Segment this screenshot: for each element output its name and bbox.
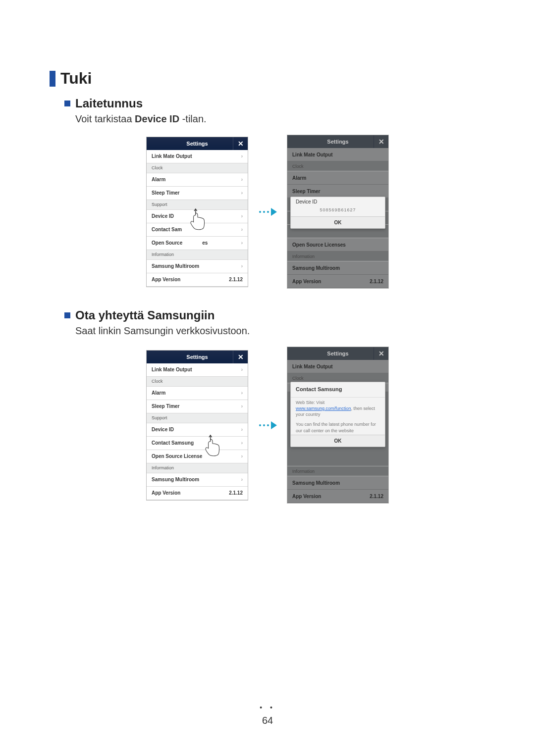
- settings-screen-before: Settings ✕ Link Mate Output› Clock Alarm…: [146, 350, 248, 501]
- row-alarm[interactable]: Alarm›: [147, 387, 248, 400]
- row-label: Sleep Timer: [152, 190, 180, 196]
- section-clock: Clock: [147, 163, 248, 173]
- title-bar: Settings ✕: [287, 135, 388, 148]
- close-button[interactable]: ✕: [374, 135, 388, 148]
- row-label: Open Source Licenses: [292, 242, 346, 248]
- section-clock: Clock: [147, 377, 248, 387]
- popup-title: Contact Samsung: [291, 382, 385, 395]
- chevron-right-icon: ›: [241, 177, 243, 182]
- popup-body: Web Site: Visit www.samsung.com/function…: [291, 398, 385, 418]
- row-multiroom[interactable]: Samsung Multiroom›: [147, 260, 248, 273]
- title-text: Settings: [186, 141, 208, 147]
- section-label: Clock: [152, 379, 163, 384]
- settings-screen-after-device-id: Settings ✕ Link Mate Output› Clock Alarm…: [287, 135, 389, 289]
- row-contact-samsung[interactable]: Contact Sam›: [147, 223, 248, 237]
- section-information: Information: [147, 250, 248, 260]
- title-text: Settings: [186, 354, 208, 360]
- popup-body-2: You can find the latest phone number for…: [291, 418, 385, 434]
- row-app-version: App Version2.1.12: [147, 487, 248, 500]
- chevron-right-icon: ›: [241, 227, 243, 232]
- popup-ok-button[interactable]: OK: [291, 435, 385, 447]
- chevron-right-icon: ›: [241, 403, 243, 409]
- row-open-source[interactable]: Open Source License›: [147, 450, 248, 463]
- row-value: 2.1.12: [229, 277, 243, 282]
- section-information: Information: [147, 463, 248, 473]
- row-multiroom: Samsung Multiroom›: [287, 476, 388, 490]
- title-bar: Settings ✕: [147, 351, 248, 363]
- chevron-right-icon: ›: [382, 242, 383, 248]
- close-button[interactable]: ✕: [374, 347, 388, 360]
- popup-device-id-value: 508569B61627: [291, 204, 385, 216]
- close-button[interactable]: ✕: [233, 351, 248, 363]
- row-sleep-timer[interactable]: Sleep Timer›: [147, 400, 248, 413]
- row-sleep-timer: Sleep Timer›: [287, 185, 388, 198]
- row-multiroom[interactable]: Samsung Multiroom›: [147, 473, 248, 487]
- transition-arrow-icon: [258, 208, 277, 216]
- row-value: 2.1.12: [370, 279, 383, 284]
- body-paragraph: Saat linkin Samsungin verkkosivustoon.: [75, 325, 485, 337]
- close-button[interactable]: ✕: [233, 137, 248, 150]
- row-sleep-timer[interactable]: Sleep Timer›: [147, 187, 248, 200]
- subsection-heading: Laitetunnus: [64, 97, 485, 110]
- row-link-mate[interactable]: Link Mate Output›: [147, 150, 248, 163]
- section-label: Information: [152, 252, 174, 257]
- row-label: Link Mate Output: [292, 364, 333, 369]
- settings-screen-after-contact: Settings ✕ Link Mate Output› Clock Infor…: [287, 347, 389, 504]
- chevron-right-icon: ›: [241, 240, 243, 246]
- chevron-right-icon: ›: [241, 440, 243, 446]
- row-link-mate: Link Mate Output›: [287, 148, 388, 161]
- row-label: Link Mate Output: [152, 153, 192, 159]
- section-support: Support: [147, 200, 248, 210]
- figure-row-device-id: Settings ✕ Link Mate Output› Clock Alarm…: [50, 135, 485, 289]
- row-link-mate: Link Mate Output›: [287, 360, 388, 373]
- row-label: App Version: [292, 279, 321, 284]
- row-label: Samsung Multiroom: [152, 263, 199, 269]
- body-bold: Device ID: [135, 113, 179, 124]
- row-label: App Version: [152, 490, 180, 496]
- chevron-right-icon: ›: [241, 263, 243, 269]
- row-label: Contact Samsung: [152, 440, 194, 446]
- device-id-popup: Device ID 508569B61627 OK: [290, 197, 385, 229]
- section-label: Information: [152, 465, 174, 470]
- row-label: App Version: [152, 277, 180, 282]
- chevron-right-icon: ›: [241, 367, 243, 372]
- row-multiroom: Samsung Multiroom›: [287, 261, 388, 275]
- transition-arrow-icon: [258, 421, 277, 429]
- row-label: Samsung Multiroom: [292, 480, 340, 486]
- row-label: Device ID: [152, 427, 174, 432]
- popup-ok-button[interactable]: OK: [291, 216, 385, 228]
- chevron-right-icon: ›: [382, 265, 383, 271]
- row-contact-samsung[interactable]: Contact Samsung›: [147, 437, 248, 450]
- row-app-version: App Version2.1.12: [287, 490, 388, 503]
- row-device-id[interactable]: Device ID›: [147, 423, 248, 437]
- row-alarm: Alarm›: [287, 171, 388, 185]
- row-label: Samsung Multiroom: [152, 477, 199, 482]
- popup-title: Device ID: [291, 197, 385, 204]
- row-label: Link Mate Output: [292, 152, 333, 157]
- chevron-right-icon: ›: [382, 364, 383, 369]
- row-label-suffix: es: [202, 240, 208, 246]
- title-text: Settings: [327, 351, 348, 356]
- row-label: Open Source: [152, 240, 182, 246]
- row-label: Alarm: [152, 177, 165, 182]
- square-bullet-icon: [64, 101, 70, 106]
- chevron-right-icon: ›: [241, 190, 243, 196]
- body-text: Voit tarkistaa: [75, 113, 135, 124]
- title-text: Settings: [327, 139, 348, 145]
- row-label: Device ID: [152, 213, 174, 219]
- section-support: Support: [147, 413, 248, 423]
- subheading-text: Ota yhteyttä Samsungiin: [75, 308, 214, 322]
- section-information: Information: [287, 466, 388, 476]
- square-bullet-icon: [64, 312, 70, 318]
- body-text: -tilan.: [179, 113, 206, 124]
- row-label: Link Mate Output: [152, 367, 192, 372]
- row-device-id[interactable]: Device ID›: [147, 210, 248, 223]
- chevron-right-icon: ›: [241, 390, 243, 396]
- popup-link[interactable]: www.samsung.com/function: [296, 406, 351, 411]
- row-alarm[interactable]: Alarm›: [147, 173, 248, 187]
- chevron-right-icon: ›: [241, 213, 243, 219]
- row-open-source: Open Source Licenses›: [287, 238, 388, 252]
- section-information: Information: [287, 252, 388, 261]
- row-open-source[interactable]: Open Sourcees›: [147, 237, 248, 250]
- row-link-mate[interactable]: Link Mate Output›: [147, 363, 248, 377]
